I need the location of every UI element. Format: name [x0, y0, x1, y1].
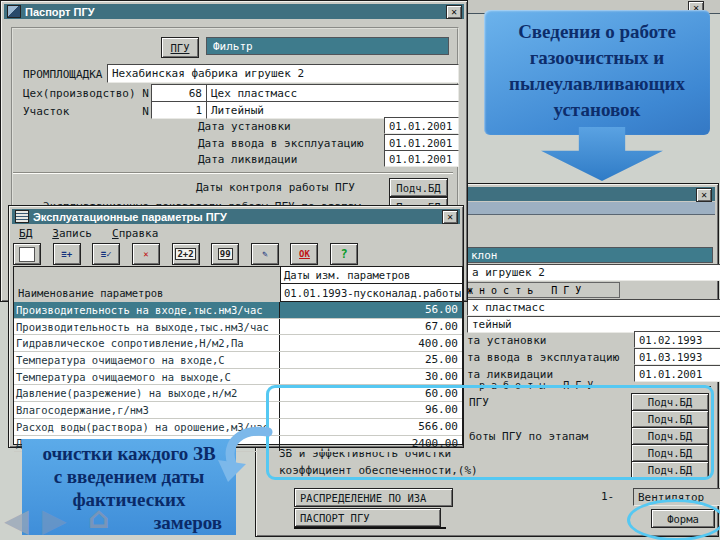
table-row[interactable]: Производительность на входе,тыс.нм3/час5…	[14, 302, 462, 319]
date-commission-label: Дата ввода в эксплуатацию	[198, 137, 364, 150]
passport-titlebar[interactable]: Паспорт ПГУ	[4, 4, 464, 19]
callout-line: с введением даты	[22, 465, 236, 488]
table-row[interactable]: Производительность на выходе,тыс.нм3/час…	[14, 319, 462, 336]
callout-line: очистки каждого ЗВ	[22, 442, 236, 465]
help-button[interactable]: ?	[330, 243, 358, 265]
date-install-label-2: та установки	[467, 334, 546, 347]
passport-close-button[interactable]: ✕	[446, 5, 462, 19]
callout-top: Сведения о работе газоочистных и пылеула…	[484, 10, 710, 135]
raspredelenie-button[interactable]: РАСПРЕДЕЛЕНИЕ ПО ИЗА	[294, 488, 453, 507]
menu-spravka[interactable]: Справка	[112, 227, 158, 240]
uchastok-label: Участок N	[23, 105, 149, 118]
ok-button[interactable]: OK	[290, 243, 318, 265]
date-install-label: Дата установки	[198, 120, 291, 133]
tseh-label: Цех(производство) N	[23, 87, 149, 100]
date-commission-label-2: та ввода в эксплуатацию	[467, 351, 619, 364]
param-value-cell[interactable]: 56.00	[280, 302, 462, 318]
calc-icon: 2+2	[175, 248, 195, 260]
param-name-cell[interactable]: Производительность на входе,тыс.нм3/час	[14, 302, 280, 318]
passport-underline	[294, 527, 446, 529]
date-commission-field[interactable]: 01.01.2001	[384, 134, 459, 151]
date-commission-field-2[interactable]: 01.03.1993	[634, 348, 720, 365]
param-name-cell[interactable]: Температура очищаемого на входе,С	[14, 352, 280, 368]
pgu-button-label: ПГУ	[171, 42, 190, 54]
date-liquidation-field[interactable]: 01.01.2001	[384, 150, 459, 167]
passport-pgu-button[interactable]: ПАСПОРТ ПГУ	[294, 508, 441, 527]
confirm-record-button[interactable]: ≡✓	[92, 243, 120, 265]
param-value-cell[interactable]: 67.00	[280, 319, 462, 335]
tseh-number-field[interactable]: 68	[151, 84, 207, 102]
passport2-close-button[interactable]: ✕	[696, 188, 712, 202]
tseh-field[interactable]: Цех пластмасс	[206, 84, 459, 102]
param-value-cell[interactable]: 30.00	[280, 369, 462, 385]
menu-bd[interactable]: БД	[19, 227, 32, 240]
table-icon	[15, 210, 29, 223]
name-header-label: Наименование параметров	[18, 287, 163, 299]
help-icon: ?	[341, 247, 348, 261]
uchastok-number-field[interactable]: 1	[151, 101, 207, 119]
section-label: ж н о с т ь П Г У	[467, 285, 581, 296]
down-arrow	[541, 127, 663, 181]
date-install-field-2[interactable]: 01.02.1993	[634, 331, 720, 348]
calendar-icon: 99	[218, 248, 233, 260]
date-column-subheader: 01.01.1993-пусконалад.работы	[281, 284, 462, 302]
table-row[interactable]: Температура очищаемого на выходе,С30.00	[14, 369, 462, 386]
pgu-type-value: Фильтр	[213, 40, 253, 53]
date-liquidation-field-2[interactable]: 01.01.2001	[634, 365, 720, 382]
window-title: Паспорт ПГУ	[25, 6, 95, 18]
param-value-cell[interactable]: 25.00	[280, 352, 462, 368]
section-divider	[13, 172, 453, 174]
edit-button[interactable]: ✎	[251, 243, 279, 265]
subdb-button-control[interactable]: Подч.БД	[389, 178, 448, 197]
nav-forward-button[interactable]: ▶	[42, 501, 67, 539]
insert-record-button[interactable]: ≡+	[53, 243, 81, 265]
param-name-cell[interactable]: Температура очищаемого на выходе,С	[14, 369, 280, 385]
tseh-field-2[interactable]: х пластмасс	[467, 299, 720, 316]
pgu-button[interactable]: ПГУ	[161, 37, 199, 58]
callout-line: Сведения о работе	[484, 19, 710, 45]
promploshadka-label: ПРОМПЛОЩАДКА	[23, 68, 102, 81]
delete-icon: ✕	[143, 249, 148, 259]
nav-home-button[interactable]: ⌂	[88, 500, 109, 535]
param-name-cell[interactable]: Влагосодержание,г/нм3	[14, 402, 280, 418]
table-row[interactable]: Температура очищаемого на входе,С25.00	[14, 352, 462, 369]
param-name-cell[interactable]: Давление(разрежение) на выходе,н/м2	[14, 385, 280, 401]
pgu-type-bar-2: клон	[467, 247, 713, 263]
toolbar: ≡+ ≡✓ ✕ 2+2 99 ✎ OK ?	[13, 243, 360, 264]
menubar: БДЗаписьСправка	[19, 227, 178, 240]
highlight-ellipse-forma	[627, 499, 720, 540]
parameters-title: Эксплуатационные параметры ПГУ	[33, 211, 227, 223]
delete-record-button[interactable]: ✕	[132, 243, 160, 265]
edit-icon: ✎	[262, 249, 267, 259]
curved-arrow-icon	[212, 426, 274, 484]
pgu-type-bar: Фильтр	[206, 37, 449, 55]
blank-page-icon	[19, 247, 35, 262]
ok-icon: OK	[299, 249, 310, 259]
insert-record-icon: ≡+	[61, 249, 72, 259]
parameters-titlebar[interactable]: Эксплуатационные параметры ПГУ	[12, 209, 460, 224]
calc-button[interactable]: 2+2	[172, 243, 200, 265]
promploshadka-field[interactable]: Нехабинская фабрика игрушек 2	[107, 64, 459, 83]
menu-zapis[interactable]: Запись	[52, 227, 92, 240]
calendar-button[interactable]: 99	[211, 243, 239, 265]
param-value-cell[interactable]: 400.00	[280, 335, 462, 351]
app-icon	[7, 5, 21, 18]
callout-line: газоочистных и	[484, 45, 710, 71]
date-liquidation-label: Дата ликвидации	[198, 153, 297, 166]
callout-line: пылеулавливающих	[484, 71, 710, 97]
param-name-cell[interactable]: Производительность на выходе,тыс.нм3/час	[14, 319, 280, 335]
promploshadka-field-2[interactable]: а игрушек 2	[467, 264, 720, 281]
nav-back-button[interactable]: ◀	[4, 501, 29, 539]
new-record-button[interactable]	[13, 243, 41, 265]
confirm-record-icon: ≡✓	[101, 249, 112, 259]
pgu-type-value-2: клон	[471, 249, 498, 262]
parameters-close-button[interactable]: ✕	[442, 210, 458, 224]
section-tab-nost-pgu: ж н о с т ь П Г У	[467, 282, 620, 298]
name-column-header: Наименование параметров	[14, 267, 281, 303]
vent-prefix: 1-	[601, 490, 614, 503]
date-install-field[interactable]: 01.01.2001	[384, 117, 459, 134]
table-row[interactable]: Гидравлическое сопротивление,Н/м2,Па400.…	[14, 335, 462, 352]
control-dates-label: Даты контроля работы ПГУ	[196, 181, 355, 194]
highlight-rectangle	[266, 385, 714, 480]
param-name-cell[interactable]: Гидравлическое сопротивление,Н/м2,Па	[14, 335, 280, 351]
